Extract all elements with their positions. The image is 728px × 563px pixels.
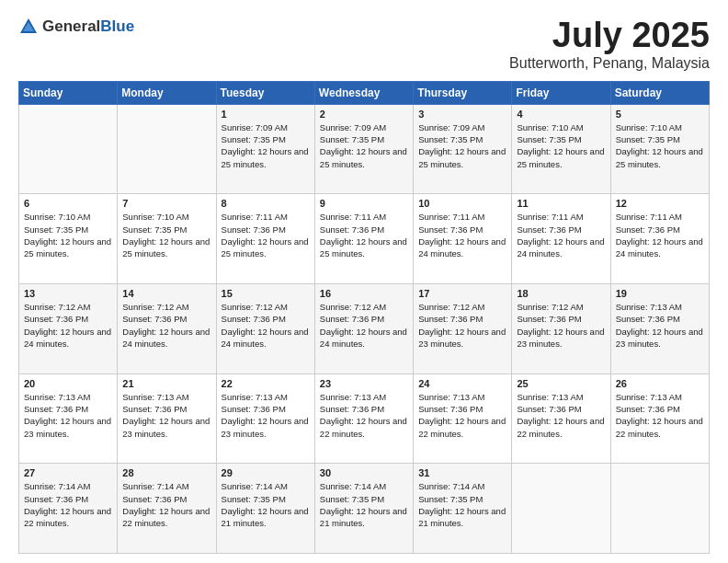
calendar-day: 30Sunrise: 7:14 AM Sunset: 7:35 PM Dayli…	[314, 464, 413, 554]
day-info: Sunrise: 7:13 AM Sunset: 7:36 PM Dayligh…	[222, 391, 310, 440]
calendar-day: 19Sunrise: 7:13 AM Sunset: 7:36 PM Dayli…	[610, 284, 709, 374]
day-number: 18	[517, 288, 605, 299]
calendar-table: SundayMondayTuesdayWednesdayThursdayFrid…	[18, 81, 710, 554]
calendar-day: 31Sunrise: 7:14 AM Sunset: 7:35 PM Dayli…	[414, 464, 512, 554]
weekday-header: Saturday	[610, 81, 709, 104]
calendar-day: 22Sunrise: 7:13 AM Sunset: 7:36 PM Dayli…	[216, 373, 314, 464]
day-number: 11	[517, 198, 605, 209]
day-number: 22	[222, 378, 310, 389]
day-info: Sunrise: 7:13 AM Sunset: 7:36 PM Dayligh…	[320, 391, 408, 440]
day-info: Sunrise: 7:14 AM Sunset: 7:35 PM Dayligh…	[418, 480, 506, 529]
calendar-day: 21Sunrise: 7:13 AM Sunset: 7:36 PM Dayli…	[118, 373, 216, 464]
weekday-header: Wednesday	[314, 81, 413, 104]
calendar-day: 24Sunrise: 7:13 AM Sunset: 7:36 PM Dayli…	[414, 373, 512, 464]
day-info: Sunrise: 7:10 AM Sunset: 7:35 PM Dayligh…	[122, 211, 210, 259]
day-info: Sunrise: 7:12 AM Sunset: 7:36 PM Dayligh…	[517, 301, 605, 350]
calendar-day: 17Sunrise: 7:12 AM Sunset: 7:36 PM Dayli…	[414, 284, 512, 374]
calendar-day: 9Sunrise: 7:11 AM Sunset: 7:36 PM Daylig…	[314, 194, 413, 284]
calendar-location: Butterworth, Penang, Malaysia	[509, 55, 710, 72]
day-info: Sunrise: 7:13 AM Sunset: 7:36 PM Dayligh…	[616, 301, 704, 350]
day-info: Sunrise: 7:09 AM Sunset: 7:35 PM Dayligh…	[222, 121, 310, 170]
day-info: Sunrise: 7:10 AM Sunset: 7:35 PM Dayligh…	[616, 121, 704, 170]
day-number: 13	[24, 288, 112, 299]
calendar-day: 7Sunrise: 7:10 AM Sunset: 7:35 PM Daylig…	[118, 194, 216, 284]
calendar-day: 25Sunrise: 7:13 AM Sunset: 7:36 PM Dayli…	[512, 373, 610, 464]
calendar-empty	[610, 464, 709, 554]
day-number: 10	[418, 198, 506, 209]
logo: GeneralBlue	[18, 17, 134, 37]
calendar-day: 16Sunrise: 7:12 AM Sunset: 7:36 PM Dayli…	[314, 284, 413, 374]
day-info: Sunrise: 7:13 AM Sunset: 7:36 PM Dayligh…	[122, 391, 210, 440]
day-info: Sunrise: 7:10 AM Sunset: 7:35 PM Dayligh…	[24, 211, 112, 259]
day-number: 31	[418, 467, 506, 478]
day-number: 20	[24, 378, 112, 389]
day-info: Sunrise: 7:14 AM Sunset: 7:36 PM Dayligh…	[122, 480, 210, 529]
calendar-day: 20Sunrise: 7:13 AM Sunset: 7:36 PM Dayli…	[19, 373, 118, 464]
day-info: Sunrise: 7:12 AM Sunset: 7:36 PM Dayligh…	[222, 301, 310, 350]
day-number: 19	[616, 288, 704, 299]
day-number: 7	[122, 198, 210, 209]
calendar-day: 10Sunrise: 7:11 AM Sunset: 7:36 PM Dayli…	[414, 194, 512, 284]
day-info: Sunrise: 7:13 AM Sunset: 7:36 PM Dayligh…	[616, 391, 704, 440]
calendar-title: July 2025	[509, 17, 710, 55]
day-number: 1	[222, 109, 310, 120]
calendar-day: 28Sunrise: 7:14 AM Sunset: 7:36 PM Dayli…	[118, 464, 216, 554]
day-number: 5	[616, 109, 704, 120]
calendar-day: 18Sunrise: 7:12 AM Sunset: 7:36 PM Dayli…	[512, 284, 610, 374]
weekday-header: Friday	[512, 81, 610, 104]
day-number: 9	[320, 198, 408, 209]
title-block: July 2025 Butterworth, Penang, Malaysia	[509, 17, 710, 72]
day-info: Sunrise: 7:12 AM Sunset: 7:36 PM Dayligh…	[320, 301, 408, 350]
calendar-day: 6Sunrise: 7:10 AM Sunset: 7:35 PM Daylig…	[19, 194, 118, 284]
weekday-header: Thursday	[414, 81, 512, 104]
calendar-empty	[118, 104, 216, 194]
day-number: 26	[616, 378, 704, 389]
day-info: Sunrise: 7:12 AM Sunset: 7:36 PM Dayligh…	[418, 301, 506, 350]
day-number: 30	[320, 467, 408, 478]
calendar-day: 14Sunrise: 7:12 AM Sunset: 7:36 PM Dayli…	[118, 284, 216, 374]
calendar-day: 15Sunrise: 7:12 AM Sunset: 7:36 PM Dayli…	[216, 284, 314, 374]
day-number: 8	[222, 198, 310, 209]
day-number: 17	[418, 288, 506, 299]
day-number: 6	[24, 198, 112, 209]
weekday-header: Tuesday	[216, 81, 314, 104]
day-info: Sunrise: 7:11 AM Sunset: 7:36 PM Dayligh…	[320, 211, 408, 259]
calendar-day: 1Sunrise: 7:09 AM Sunset: 7:35 PM Daylig…	[216, 104, 314, 194]
calendar-day: 4Sunrise: 7:10 AM Sunset: 7:35 PM Daylig…	[512, 104, 610, 194]
calendar-day: 13Sunrise: 7:12 AM Sunset: 7:36 PM Dayli…	[19, 284, 118, 374]
day-info: Sunrise: 7:12 AM Sunset: 7:36 PM Dayligh…	[24, 301, 112, 350]
calendar-day: 29Sunrise: 7:14 AM Sunset: 7:35 PM Dayli…	[216, 464, 314, 554]
day-number: 12	[616, 198, 704, 209]
weekday-header: Sunday	[19, 81, 118, 104]
day-number: 24	[418, 378, 506, 389]
day-info: Sunrise: 7:14 AM Sunset: 7:35 PM Dayligh…	[222, 480, 310, 529]
day-info: Sunrise: 7:10 AM Sunset: 7:35 PM Dayligh…	[517, 121, 605, 170]
calendar-day: 3Sunrise: 7:09 AM Sunset: 7:35 PM Daylig…	[414, 104, 512, 194]
calendar-day: 11Sunrise: 7:11 AM Sunset: 7:36 PM Dayli…	[512, 194, 610, 284]
calendar-empty	[19, 104, 118, 194]
day-info: Sunrise: 7:12 AM Sunset: 7:36 PM Dayligh…	[122, 301, 210, 350]
day-info: Sunrise: 7:14 AM Sunset: 7:36 PM Dayligh…	[24, 480, 112, 529]
calendar-day: 26Sunrise: 7:13 AM Sunset: 7:36 PM Dayli…	[610, 373, 709, 464]
day-number: 14	[122, 288, 210, 299]
day-info: Sunrise: 7:13 AM Sunset: 7:36 PM Dayligh…	[418, 391, 506, 440]
calendar-day: 12Sunrise: 7:11 AM Sunset: 7:36 PM Dayli…	[610, 194, 709, 284]
day-number: 3	[418, 109, 506, 120]
day-number: 15	[222, 288, 310, 299]
weekday-header: Monday	[118, 81, 216, 104]
calendar-empty	[512, 464, 610, 554]
day-number: 27	[24, 467, 112, 478]
calendar-day: 23Sunrise: 7:13 AM Sunset: 7:36 PM Dayli…	[314, 373, 413, 464]
calendar-day: 27Sunrise: 7:14 AM Sunset: 7:36 PM Dayli…	[19, 464, 118, 554]
calendar-header: SundayMondayTuesdayWednesdayThursdayFrid…	[19, 81, 710, 104]
logo-blue: Blue	[100, 17, 134, 35]
day-number: 23	[320, 378, 408, 389]
day-number: 16	[320, 288, 408, 299]
day-number: 2	[320, 109, 408, 120]
day-info: Sunrise: 7:09 AM Sunset: 7:35 PM Dayligh…	[320, 121, 408, 170]
day-info: Sunrise: 7:13 AM Sunset: 7:36 PM Dayligh…	[24, 391, 112, 440]
day-number: 29	[222, 467, 310, 478]
day-info: Sunrise: 7:11 AM Sunset: 7:36 PM Dayligh…	[222, 211, 310, 259]
calendar-day: 5Sunrise: 7:10 AM Sunset: 7:35 PM Daylig…	[610, 104, 709, 194]
logo-general: General	[42, 17, 100, 35]
